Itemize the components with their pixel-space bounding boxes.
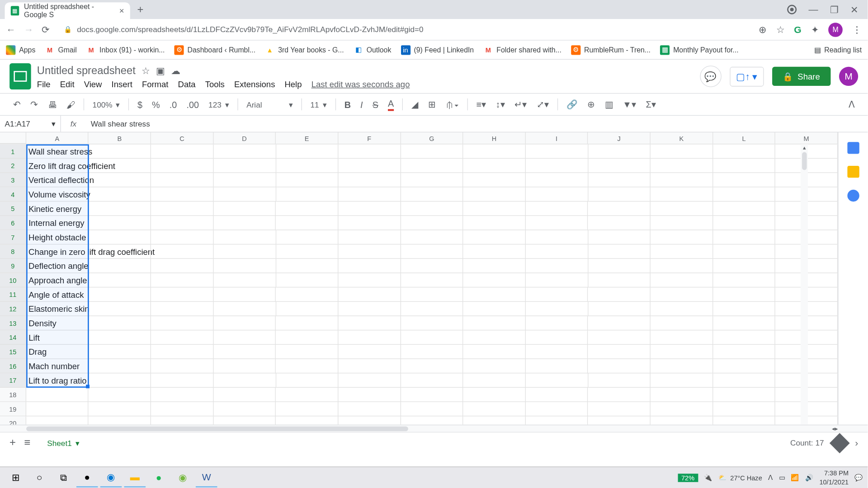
menu-file[interactable]: File xyxy=(37,79,51,89)
v-align-button[interactable]: ↕▾ xyxy=(492,97,509,112)
task-view-icon[interactable]: ⧉ xyxy=(52,468,74,487)
cell[interactable] xyxy=(401,373,463,388)
cell[interactable] xyxy=(713,273,775,288)
cell[interactable] xyxy=(651,259,713,273)
cell[interactable] xyxy=(651,159,713,173)
cell[interactable] xyxy=(713,173,775,188)
cell[interactable] xyxy=(151,216,213,230)
cell[interactable] xyxy=(651,330,713,345)
cell[interactable] xyxy=(339,302,401,316)
col-header-m[interactable]: M xyxy=(775,132,838,144)
cell[interactable] xyxy=(651,402,713,417)
cell[interactable] xyxy=(651,302,713,316)
cell[interactable] xyxy=(651,316,713,331)
utorrent-icon[interactable]: ◉ xyxy=(172,468,193,487)
row-header[interactable]: 14 xyxy=(0,330,26,345)
col-header-e[interactable]: E xyxy=(276,132,338,144)
cell[interactable] xyxy=(151,144,213,159)
cell[interactable] xyxy=(588,230,651,245)
cell[interactable] xyxy=(214,159,276,173)
print-button[interactable]: 🖶 xyxy=(44,97,61,112)
cell[interactable] xyxy=(651,287,713,302)
bookmark-inbox[interactable]: MInbox (91) - workin... xyxy=(86,45,165,55)
cell[interactable] xyxy=(213,316,276,331)
cell[interactable] xyxy=(713,388,775,402)
row-header[interactable]: 8 xyxy=(0,244,26,259)
cell[interactable] xyxy=(588,287,651,302)
cell[interactable] xyxy=(276,216,338,230)
cell[interactable]: Height obstacle xyxy=(26,230,89,245)
cell[interactable] xyxy=(588,359,651,374)
cell[interactable] xyxy=(89,373,151,388)
cell[interactable]: Elastomeric skin xyxy=(26,302,89,316)
cell[interactable] xyxy=(276,416,338,424)
tasks-icon[interactable] xyxy=(847,190,859,202)
percent-button[interactable]: % xyxy=(148,97,163,112)
cell[interactable] xyxy=(713,302,775,316)
cell[interactable] xyxy=(276,287,338,302)
cell[interactable] xyxy=(463,359,526,374)
cell[interactable] xyxy=(89,273,151,288)
cell[interactable] xyxy=(276,244,339,259)
cell[interactable] xyxy=(713,144,775,159)
show-side-panel-button[interactable]: › xyxy=(855,437,858,448)
cell[interactable] xyxy=(651,273,713,288)
cell[interactable] xyxy=(276,202,338,216)
cell[interactable] xyxy=(276,316,338,331)
cell[interactable] xyxy=(713,416,775,424)
row-header[interactable]: 13 xyxy=(0,316,26,331)
fill-color-button[interactable]: ◢ xyxy=(408,97,422,112)
formula-input[interactable]: Wall shear stress xyxy=(86,119,155,128)
cell[interactable] xyxy=(89,402,151,417)
cell[interactable] xyxy=(151,416,213,424)
cell[interactable] xyxy=(276,302,339,316)
cell[interactable] xyxy=(89,173,151,188)
maximize-icon[interactable]: ❐ xyxy=(830,4,838,15)
cell[interactable] xyxy=(213,388,276,402)
row-header[interactable]: 3 xyxy=(0,173,26,188)
cell[interactable] xyxy=(89,259,151,273)
cell[interactable] xyxy=(401,244,463,259)
col-header-l[interactable]: L xyxy=(713,132,775,144)
currency-button[interactable]: $ xyxy=(134,97,146,112)
cell[interactable] xyxy=(651,359,713,374)
zoom-select[interactable]: 100%▾ xyxy=(89,99,124,110)
functions-button[interactable]: Σ▾ xyxy=(642,97,660,112)
cell[interactable] xyxy=(651,144,713,159)
cell[interactable] xyxy=(651,388,713,402)
cell[interactable] xyxy=(151,316,213,331)
cell[interactable] xyxy=(151,159,213,173)
cell[interactable] xyxy=(526,359,588,374)
cell[interactable] xyxy=(463,302,526,316)
add-sheet-button[interactable]: + xyxy=(9,436,16,449)
cell[interactable] xyxy=(276,187,339,202)
cell[interactable] xyxy=(463,187,526,202)
cell[interactable] xyxy=(526,287,588,302)
reload-button[interactable]: ⟳ xyxy=(42,24,49,35)
cell[interactable] xyxy=(713,259,775,273)
minimize-icon[interactable]: — xyxy=(809,4,818,15)
cell[interactable] xyxy=(588,159,651,173)
cell[interactable] xyxy=(339,230,401,245)
cell[interactable] xyxy=(89,244,151,259)
keep-icon[interactable] xyxy=(847,166,859,178)
cell[interactable]: Volume viscosity xyxy=(26,187,89,202)
cell[interactable] xyxy=(89,287,151,302)
cell[interactable] xyxy=(276,159,339,173)
menu-view[interactable]: View xyxy=(84,79,102,89)
clock[interactable]: 7:38 PM 10/1/2021 xyxy=(819,469,849,486)
bookmark-drive[interactable]: ▲3rd Year books - G... xyxy=(265,45,344,55)
bookmark-apps[interactable]: Apps xyxy=(6,45,35,55)
cell[interactable] xyxy=(213,330,276,345)
cell[interactable] xyxy=(89,159,151,173)
cell[interactable] xyxy=(526,259,588,273)
bookmark-linkedin[interactable]: in(9) Feed | LinkedIn xyxy=(401,45,474,55)
account-avatar[interactable]: M xyxy=(839,67,858,86)
cell[interactable] xyxy=(463,373,526,388)
share-button[interactable]: 🔒 Share xyxy=(772,67,831,86)
close-icon[interactable]: × xyxy=(119,6,124,15)
cell[interactable] xyxy=(338,402,401,417)
cell[interactable]: Density xyxy=(26,316,89,331)
col-header-g[interactable]: G xyxy=(401,132,463,144)
cell[interactable] xyxy=(526,216,588,230)
